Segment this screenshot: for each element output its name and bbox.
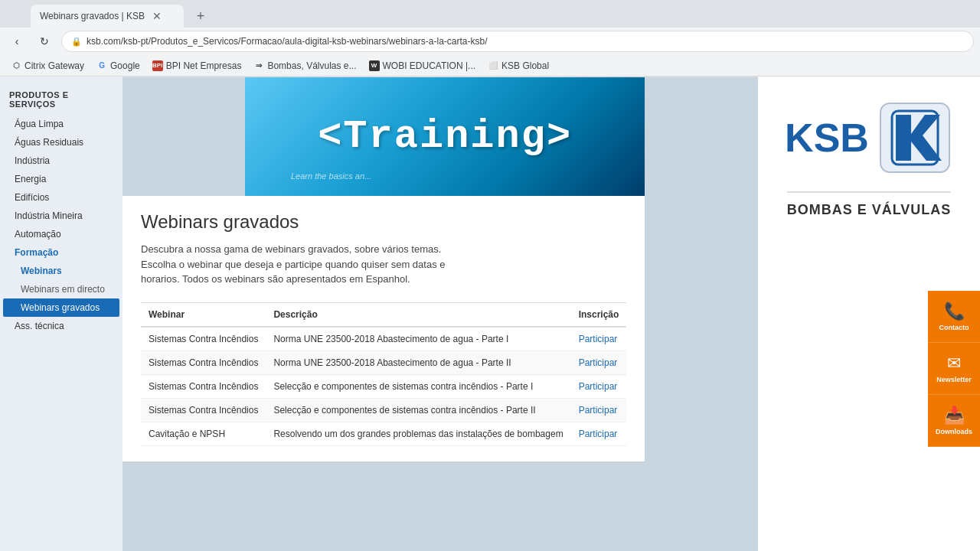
cell-inscricao: Participar: [571, 327, 627, 351]
table-row: Sistemas Contra IncêndiosNorma UNE 23500…: [141, 350, 626, 374]
col-header-inscricao: Inscrição: [571, 302, 627, 327]
sidebar-item-webinars-directo[interactable]: Webinars em directo: [0, 280, 122, 298]
ksb-brand-text: KSB: [785, 118, 869, 158]
bookmark-bpi-label: BPI Net Empresas: [166, 60, 242, 71]
wobi-icon: W: [369, 60, 380, 71]
table-row: Sistemas Contra IncêndiosNorma UNE 23500…: [141, 327, 626, 351]
table-header-row: Webinar Descrição Inscrição: [141, 302, 626, 327]
newsletter-button[interactable]: ✉ Newsletter: [928, 343, 980, 395]
cell-descricao: Resolvendo um dos grandes problemas das …: [266, 422, 570, 445]
tab-title: Webinars gravados | KSB: [40, 11, 145, 21]
table-row: Sistemas Contra IncêndiosSelecção e comp…: [141, 398, 626, 422]
bookmark-google[interactable]: G Google: [92, 59, 145, 73]
hero-image: <Training> Learn the basics an...: [245, 77, 645, 196]
sidebar-section-title: PRODUTOS E SERVIÇOS: [0, 86, 122, 115]
participar-link[interactable]: Participar: [579, 429, 618, 439]
participar-link[interactable]: Participar: [579, 381, 618, 392]
tab-close-button[interactable]: ✕: [151, 10, 163, 22]
cell-webinar: Sistemas Contra Incêndios: [141, 327, 266, 351]
main-content: Webinars gravados Descubra a nossa gama …: [122, 196, 645, 461]
ksb-tagline: BOMBAS E VÁLVULAS: [787, 191, 952, 218]
email-icon: ✉: [947, 354, 961, 373]
col-header-webinar: Webinar: [141, 302, 266, 327]
bookmark-wobi-label: WOBI EDUCATION |...: [383, 60, 476, 71]
page-title: Webinars gravados: [141, 211, 626, 233]
downloads-label: Downloads: [936, 428, 972, 435]
sidebar-item-edificios[interactable]: Edifícios: [0, 188, 122, 207]
sidebar-item-industria[interactable]: Indústria: [0, 152, 122, 170]
bookmark-ksb-label: KSB Global: [501, 60, 549, 71]
sidebar-item-webinars-gravados[interactable]: Webinars gravados: [3, 298, 119, 317]
sidebar-item-ass-tecnica[interactable]: Ass. técnica: [0, 317, 122, 335]
contacto-label: Contacto: [939, 324, 969, 331]
bookmark-citrix-label: Citrix Gateway: [24, 60, 84, 71]
cell-webinar: Sistemas Contra Incêndios: [141, 350, 266, 374]
new-tab-button[interactable]: +: [190, 5, 211, 27]
cell-inscricao: Participar: [571, 350, 627, 374]
bookmark-bombas-label: Bombas, Válvulas e...: [267, 60, 356, 71]
bookmark-ksb[interactable]: ⬜ KSB Global: [483, 59, 554, 73]
participar-link[interactable]: Participar: [579, 405, 618, 416]
hero-sub: Learn the basics an...: [291, 171, 371, 181]
hero-text: <Training>: [318, 114, 572, 159]
citrix-icon: ⬡: [11, 60, 21, 71]
cell-inscricao: Participar: [571, 398, 627, 422]
sidebar-item-automacao[interactable]: Automação: [0, 225, 122, 243]
cell-descricao: Selecção e componentes de sistemas contr…: [266, 374, 570, 398]
bombas-icon: ⇒: [253, 60, 264, 71]
cell-descricao: Selecção e componentes de sistemas contr…: [266, 398, 570, 422]
bpi-icon: BPI: [152, 60, 163, 71]
participar-link[interactable]: Participar: [579, 357, 618, 368]
bookmark-bombas[interactable]: ⇒ Bombas, Válvulas e...: [249, 59, 361, 73]
col-header-descricao: Descrição: [266, 302, 570, 327]
cell-descricao: Norma UNE 23500-2018 Abastecimento de ag…: [266, 350, 570, 374]
sidebar-nav: PRODUTOS E SERVIÇOS Água Limpa Águas Res…: [0, 77, 122, 551]
page-content: PRODUTOS E SERVIÇOS Água Limpa Águas Res…: [0, 77, 980, 551]
cell-descricao: Norma UNE 23500-2018 Abastecimento de ag…: [266, 327, 570, 351]
cell-webinar: Sistemas Contra Incêndios: [141, 374, 266, 398]
table-row: Sistemas Contra IncêndiosSelecção e comp…: [141, 374, 626, 398]
cell-webinar: Cavitação e NPSH: [141, 422, 266, 445]
ksb-global-icon: ⬜: [488, 60, 498, 71]
bookmark-bpi[interactable]: BPI BPI Net Empresas: [148, 59, 247, 73]
contacto-button[interactable]: 📞 Contacto: [928, 291, 980, 343]
newsletter-label: Newsletter: [936, 376, 972, 383]
sidebar-item-industria-mineira[interactable]: Indústria Mineira: [0, 207, 122, 225]
bookmarks-bar: ⬡ Citrix Gateway G Google BPI BPI Net Em…: [0, 55, 980, 77]
tab-bar: Webinars gravados | KSB ✕ +: [0, 0, 980, 28]
ksb-logo: KSB: [785, 99, 953, 176]
download-icon: 📥: [944, 406, 965, 425]
bookmark-wobi[interactable]: W WOBI EDUCATION |...: [364, 59, 481, 73]
downloads-button[interactable]: 📥 Downloads: [928, 395, 980, 447]
bookmark-citrix[interactable]: ⬡ Citrix Gateway: [6, 59, 89, 73]
sidebar-item-formacao[interactable]: Formação: [0, 243, 122, 262]
bookmark-google-label: Google: [110, 60, 140, 71]
ksb-logo-icon: [877, 99, 953, 176]
table-row: Cavitação e NPSHResolvendo um dos grande…: [141, 422, 626, 445]
sidebar-item-energia[interactable]: Energia: [0, 170, 122, 188]
browser-chrome: Webinars gravados | KSB ✕ + ‹ ↻ 🔒 ksb.co…: [0, 0, 980, 77]
url-bar[interactable]: 🔒 ksb.com/ksb-pt/Produtos_e_Servicos/For…: [61, 31, 974, 52]
refresh-button[interactable]: ↻: [34, 31, 55, 52]
float-action-buttons: 📞 Contacto ✉ Newsletter 📥 Downloads: [928, 291, 980, 447]
phone-icon: 📞: [944, 302, 965, 321]
sidebar-item-webinars[interactable]: Webinars: [0, 262, 122, 280]
cell-webinar: Sistemas Contra Incêndios: [141, 398, 266, 422]
participar-link[interactable]: Participar: [579, 334, 618, 344]
google-icon: G: [96, 60, 107, 71]
sidebar-item-aguas-residuais[interactable]: Águas Residuais: [0, 133, 122, 152]
active-tab[interactable]: Webinars gravados | KSB ✕: [31, 5, 184, 28]
cell-inscricao: Participar: [571, 422, 627, 445]
page-description: Descubra a nossa gama de webinars gravad…: [141, 242, 478, 287]
back-button[interactable]: ‹: [6, 31, 28, 52]
cell-inscricao: Participar: [571, 374, 627, 398]
address-bar: ‹ ↻ 🔒 ksb.com/ksb-pt/Produtos_e_Servicos…: [0, 28, 980, 55]
security-lock-icon: 🔒: [71, 37, 82, 47]
url-text: ksb.com/ksb-pt/Produtos_e_Servicos/Forma…: [87, 36, 488, 47]
sidebar-item-agua-limpa[interactable]: Água Limpa: [0, 115, 122, 133]
webinar-table: Webinar Descrição Inscrição Sistemas Con…: [141, 302, 626, 446]
